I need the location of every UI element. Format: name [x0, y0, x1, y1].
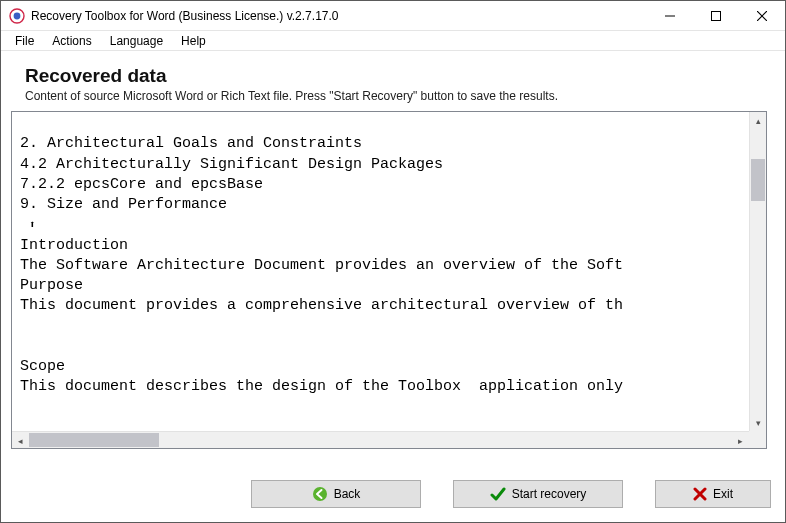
- window-controls: [647, 1, 785, 30]
- horizontal-scroll-track[interactable]: [29, 432, 732, 448]
- scroll-up-icon[interactable]: ▴: [750, 112, 767, 129]
- horizontal-scroll-thumb[interactable]: [29, 433, 159, 447]
- document-line: 4.2 Architecturally Significant Design P…: [20, 155, 745, 175]
- document-content[interactable]: 2. Architectural Goals and Constraints 4…: [12, 112, 749, 431]
- app-icon: [9, 8, 25, 24]
- window-title: Recovery Toolbox for Word (Business Lice…: [31, 9, 647, 23]
- menu-actions[interactable]: Actions: [44, 32, 99, 50]
- menu-file[interactable]: File: [7, 32, 42, 50]
- scroll-left-icon[interactable]: ◂: [12, 432, 29, 449]
- start-recovery-button[interactable]: Start recovery: [453, 480, 623, 508]
- scroll-down-icon[interactable]: ▾: [750, 414, 767, 431]
- document-line: Purpose: [20, 276, 745, 296]
- page-subtitle: Content of source Microsoft Word or Rich…: [25, 89, 761, 103]
- document-line: This document provides a comprehensive a…: [20, 296, 745, 316]
- exit-label: Exit: [713, 487, 733, 501]
- close-icon: [693, 487, 707, 501]
- back-arrow-icon: [312, 486, 328, 502]
- vertical-scroll-track[interactable]: [750, 129, 766, 414]
- check-icon: [490, 486, 506, 502]
- scroll-corner: [749, 431, 766, 448]
- document-line: 2. Architectural Goals and Constraints: [20, 134, 745, 154]
- document-line: The Software Architecture Document provi…: [20, 256, 745, 276]
- minimize-button[interactable]: [647, 1, 693, 30]
- svg-point-6: [313, 487, 327, 501]
- document-line: [20, 114, 745, 134]
- start-recovery-label: Start recovery: [512, 487, 587, 501]
- titlebar: Recovery Toolbox for Word (Business Lice…: [1, 1, 785, 31]
- document-line: This document describes the design of th…: [20, 377, 745, 397]
- vertical-scrollbar[interactable]: ▴ ▾: [749, 112, 766, 431]
- menu-language[interactable]: Language: [102, 32, 171, 50]
- action-buttons: Back Start recovery Exit: [251, 480, 771, 508]
- document-line: Introduction: [20, 236, 745, 256]
- document-line: Scope: [20, 357, 745, 377]
- document-line: [20, 317, 745, 337]
- page-title: Recovered data: [25, 65, 761, 87]
- document-line: 9. Size and Performance: [20, 195, 745, 215]
- vertical-scroll-thumb[interactable]: [751, 159, 765, 201]
- scroll-right-icon[interactable]: ▸: [732, 432, 749, 449]
- document-line: ⬆: [20, 215, 745, 235]
- document-line: [20, 337, 745, 357]
- menubar: File Actions Language Help: [1, 31, 785, 51]
- svg-point-1: [14, 12, 21, 19]
- maximize-button[interactable]: [693, 1, 739, 30]
- horizontal-scrollbar[interactable]: ◂ ▸: [12, 431, 749, 448]
- up-arrow-icon: ⬆: [29, 218, 36, 233]
- document-line: 7.2.2 epcsCore and epcsBase: [20, 175, 745, 195]
- svg-rect-3: [712, 11, 721, 20]
- close-button[interactable]: [739, 1, 785, 30]
- back-button[interactable]: Back: [251, 480, 421, 508]
- menu-help[interactable]: Help: [173, 32, 214, 50]
- back-label: Back: [334, 487, 361, 501]
- document-viewer: 2. Architectural Goals and Constraints 4…: [11, 111, 767, 449]
- exit-button[interactable]: Exit: [655, 480, 771, 508]
